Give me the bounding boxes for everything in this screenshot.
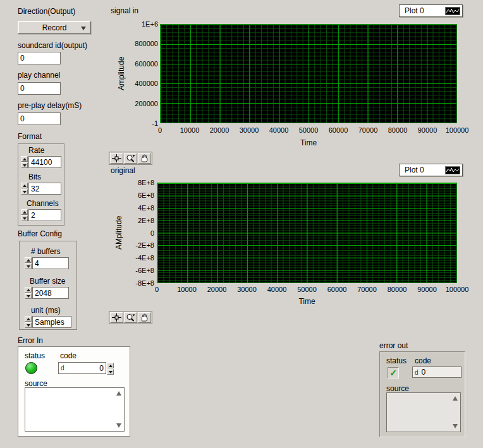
tick-label: 20000 bbox=[207, 286, 227, 293]
rate-label: Rate bbox=[28, 146, 44, 155]
tick-label: 80000 bbox=[388, 286, 407, 293]
buffer-size-input[interactable] bbox=[32, 287, 69, 299]
bits-spinner bbox=[21, 183, 28, 195]
bits-control bbox=[21, 183, 61, 195]
tick-label: 80000 bbox=[388, 126, 408, 134]
tick-label: 50000 bbox=[297, 286, 317, 293]
increment-button[interactable] bbox=[107, 363, 114, 368]
error-in-source-text[interactable] bbox=[27, 389, 114, 430]
graph1-plot-area[interactable] bbox=[160, 24, 457, 123]
tick-label: 70000 bbox=[357, 286, 377, 293]
increment-button[interactable] bbox=[25, 257, 32, 263]
error-out-cluster: status ✓ code d 0 source bbox=[379, 351, 465, 437]
error-in-code-spinner bbox=[107, 363, 114, 375]
pan-tool-button[interactable] bbox=[138, 312, 151, 323]
scroll-down-icon[interactable] bbox=[453, 424, 458, 428]
pan-tool-button[interactable] bbox=[138, 153, 151, 164]
preplay-delay-label: pre-play delay(mS) bbox=[18, 101, 82, 110]
error-out-status-indicator: ✓ bbox=[388, 367, 399, 378]
tick-label: -6E+8 bbox=[135, 267, 154, 274]
direction-value: Record bbox=[42, 23, 67, 32]
tick-label: 30000 bbox=[240, 126, 259, 134]
decrement-button[interactable] bbox=[25, 263, 32, 269]
tick-label: 10000 bbox=[177, 286, 197, 293]
unit-control bbox=[25, 316, 71, 328]
buffer-size-control bbox=[25, 287, 69, 299]
increment-button[interactable] bbox=[25, 287, 32, 293]
graph1-y-ticks: 1E+6800000600000400000200000-1 bbox=[125, 24, 158, 123]
zoom-tool-button[interactable] bbox=[124, 312, 137, 323]
tick-label: 6E+8 bbox=[138, 191, 154, 199]
tick-label: 50000 bbox=[299, 126, 319, 134]
increment-button[interactable] bbox=[21, 209, 28, 215]
magnifier-icon bbox=[126, 154, 135, 162]
channels-label: Channels bbox=[27, 199, 59, 208]
graph1-plot-legend[interactable]: Plot 0 bbox=[399, 4, 463, 17]
decrement-button[interactable] bbox=[21, 189, 28, 195]
decrement-button[interactable] bbox=[25, 293, 32, 299]
tick-label: 400000 bbox=[135, 80, 158, 87]
increment-button[interactable] bbox=[25, 316, 32, 322]
buffer-size-label: Buffer size bbox=[30, 277, 65, 286]
unit-input[interactable] bbox=[32, 316, 71, 328]
scroll-up-icon[interactable] bbox=[116, 391, 121, 396]
error-in-status-led[interactable] bbox=[25, 362, 37, 374]
radix-indicator: d bbox=[415, 369, 419, 376]
radix-indicator[interactable]: d bbox=[61, 365, 64, 372]
bits-input[interactable] bbox=[28, 183, 61, 195]
rate-spinner bbox=[21, 156, 28, 168]
decrement-button[interactable] bbox=[107, 369, 114, 375]
graph2-x-ticks: 0100002000030000400005000060000700008000… bbox=[157, 286, 457, 293]
increment-button[interactable] bbox=[21, 156, 28, 162]
decrement-button[interactable] bbox=[21, 215, 28, 221]
graph2-plot-area[interactable] bbox=[157, 183, 457, 283]
tick-label: 10000 bbox=[180, 126, 200, 134]
zoom-tool-button[interactable] bbox=[124, 153, 137, 164]
tick-label: 40000 bbox=[269, 126, 289, 134]
error-in-source-box[interactable] bbox=[25, 387, 125, 432]
increment-button[interactable] bbox=[21, 183, 28, 188]
tick-label: 2E+8 bbox=[138, 217, 154, 224]
soundcard-id-input[interactable] bbox=[18, 52, 61, 64]
tick-label: 0 bbox=[150, 229, 154, 237]
scroll-down-icon[interactable] bbox=[116, 423, 121, 428]
graph2-legend-label: Plot 0 bbox=[400, 166, 445, 174]
cursor-tool-button[interactable] bbox=[110, 153, 123, 164]
tick-label: 60000 bbox=[329, 126, 348, 134]
error-in-code-value: 0 bbox=[99, 364, 104, 373]
decrement-button[interactable] bbox=[21, 162, 28, 168]
channels-input[interactable] bbox=[28, 209, 61, 221]
buffer-config-label: Buffer Config bbox=[18, 229, 62, 238]
tick-label: 40000 bbox=[267, 286, 287, 293]
error-in-code-field[interactable]: d 0 bbox=[58, 362, 106, 374]
tick-label: 8E+8 bbox=[138, 179, 154, 186]
direction-label: Direction(Output) bbox=[18, 7, 75, 16]
tick-label: -2E+8 bbox=[135, 241, 154, 249]
error-out-code-value: 0 bbox=[422, 368, 426, 377]
direction-dropdown[interactable]: Record bbox=[18, 21, 91, 34]
tick-label: -4E+8 bbox=[135, 254, 154, 262]
decrement-button[interactable] bbox=[25, 322, 32, 328]
graph1-x-ticks: 0100002000030000400005000060000700008000… bbox=[160, 126, 457, 134]
num-buffers-input[interactable] bbox=[32, 257, 69, 269]
tick-label: 4E+8 bbox=[138, 204, 154, 212]
scroll-up-icon[interactable] bbox=[453, 396, 458, 401]
rate-input[interactable] bbox=[28, 156, 61, 168]
play-channel-input[interactable] bbox=[18, 82, 61, 95]
tick-label: 70000 bbox=[358, 126, 378, 134]
error-out-source-label: source bbox=[386, 384, 409, 393]
tick-label: 30000 bbox=[237, 286, 257, 293]
error-in-status-label: status bbox=[25, 351, 45, 360]
tick-label: 90000 bbox=[417, 286, 437, 293]
preplay-delay-input[interactable] bbox=[18, 112, 61, 125]
cursor-tool-button[interactable] bbox=[110, 312, 123, 323]
rate-control bbox=[21, 156, 61, 168]
error-out-source-text bbox=[389, 394, 450, 430]
graph2-tools-palette bbox=[109, 311, 152, 324]
num-buffers-spinner bbox=[25, 257, 32, 269]
graph1-tools-palette bbox=[109, 152, 152, 165]
chevron-down-icon bbox=[81, 27, 86, 30]
graph2-plot-legend[interactable]: Plot 0 bbox=[399, 164, 463, 176]
crosshair-icon bbox=[112, 313, 121, 322]
channels-control bbox=[21, 209, 61, 221]
